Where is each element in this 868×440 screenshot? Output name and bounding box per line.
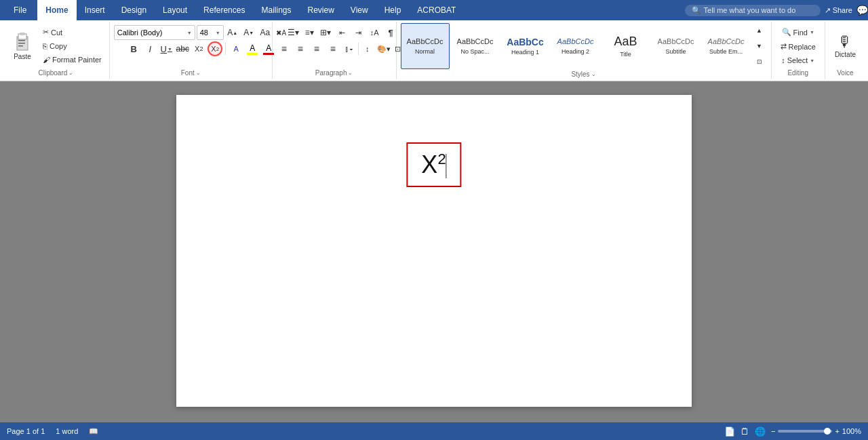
web-layout-icon[interactable]: 🌐 (755, 426, 766, 437)
font-size-selector[interactable]: 48 ▼ (197, 25, 224, 40)
italic-button[interactable]: I (142, 41, 157, 56)
tab-design[interactable]: Design (113, 0, 155, 20)
paragraph-group-label: Paragraph ⌄ (277, 68, 392, 78)
font-group-content: Calibri (Body) ▼ 48 ▼ A▲ A▼ Aa ✖A B I U▼ (114, 23, 289, 68)
document-text: X2 (421, 151, 446, 179)
line-spacing-button[interactable]: ↕ (360, 41, 375, 56)
clipboard-group: Paste ✂ Cut ⎘ Copy 🖌 Format Painter (3, 22, 110, 79)
superscript-button[interactable]: X2 (208, 41, 222, 56)
subscript-button[interactable]: X2 (191, 41, 206, 56)
justify-button[interactable]: ≡ (326, 41, 340, 56)
read-mode-icon[interactable]: 📄 (724, 426, 735, 437)
replace-button[interactable]: ⇄ Replace (776, 40, 821, 53)
font-group: Calibri (Body) ▼ 48 ▼ A▲ A▼ Aa ✖A B I U▼ (110, 22, 273, 79)
paragraph-expand-icon[interactable]: ⌄ (348, 70, 353, 76)
tab-layout[interactable]: Layout (155, 0, 195, 20)
change-case-button[interactable]: Aa (258, 25, 273, 40)
print-layout-icon[interactable]: 🗒 (741, 426, 749, 437)
style-no-space[interactable]: AaBbCcDc No Spac... (451, 23, 500, 69)
strikethrough-button[interactable]: abc (175, 41, 190, 56)
document-page[interactable]: X2 (176, 95, 692, 407)
style-heading2-preview: AaBbCcDc (557, 37, 594, 46)
bold-button[interactable]: B (126, 41, 141, 56)
styles-group: AaBbCcDc Normal AaBbCcDc No Spac... AaBb… (397, 22, 772, 79)
style-title-preview: AaB (614, 35, 637, 49)
styles-expand[interactable]: ⊡ (752, 54, 767, 69)
tab-review[interactable]: Review (299, 0, 342, 20)
voice-group-content: 🎙 Dictate (829, 23, 861, 68)
content-box: X2 (406, 142, 461, 187)
copy-button[interactable]: ⎘ Copy (39, 40, 105, 52)
increase-font-button[interactable]: A▲ (225, 25, 240, 40)
ribbon-body: Paste ✂ Cut ⎘ Copy 🖌 Format Painter (0, 20, 868, 81)
zoom-control: − + 100% (771, 427, 861, 435)
font-family-selector[interactable]: Calibri (Body) ▼ (114, 25, 195, 40)
comment-icon[interactable]: 💬 (856, 5, 868, 16)
underline-button[interactable]: U▼ (159, 41, 174, 56)
svg-rect-3 (18, 40, 25, 41)
svg-rect-4 (18, 43, 25, 44)
tab-references[interactable]: References (195, 0, 253, 20)
paragraph-row2: ≡ ≡ ≡ ≡ ⫿▾ ↕ 🎨▾ ⊡▾ (277, 41, 408, 56)
page-info: Page 1 of 1 (7, 427, 45, 435)
header-icons: 🔍 Tell me what you want to do ↗ Share 💬 (685, 5, 868, 16)
clipboard-expand-icon[interactable]: ⌄ (68, 70, 73, 76)
styles-scroll-down[interactable]: ▼ (752, 39, 767, 54)
tab-insert[interactable]: Insert (77, 0, 113, 20)
decrease-font-button[interactable]: A▼ (241, 25, 256, 40)
font-expand-icon[interactable]: ⌄ (196, 70, 201, 76)
share-icon[interactable]: ↗ Share (825, 6, 852, 15)
multilevel-list-button[interactable]: ⊞▾ (318, 25, 333, 40)
style-subtle-em-label: Subtle Em... (709, 48, 743, 55)
align-left-button[interactable]: ≡ (277, 41, 292, 56)
font-row2: B I U▼ abc X2 X2 A A A (126, 41, 276, 56)
style-heading2[interactable]: AaBbCcDc Heading 2 (551, 23, 600, 69)
style-title[interactable]: AaB Title (601, 23, 650, 69)
bullets-button[interactable]: ☰▾ (285, 25, 300, 40)
style-heading1-label: Heading 1 (511, 49, 539, 56)
tab-mailings[interactable]: Mailings (253, 0, 299, 20)
style-subtitle-preview: AaBbCcDc (658, 37, 694, 46)
paste-button[interactable]: Paste (7, 23, 38, 68)
styles-group-content: AaBbCcDc Normal AaBbCcDc No Spac... AaBb… (401, 23, 767, 69)
tab-view[interactable]: View (342, 0, 376, 20)
find-dropdown-icon: ▼ (810, 30, 814, 35)
text-effects-button[interactable]: A (229, 41, 243, 56)
decrease-indent-button[interactable]: ⇤ (334, 25, 349, 40)
find-icon: 🔍 (782, 28, 791, 37)
tab-acrobat[interactable]: ACROBAT (409, 0, 464, 20)
proofing-icon[interactable]: 📖 (89, 427, 98, 436)
tab-help[interactable]: Help (376, 0, 410, 20)
columns-button[interactable]: ⫿▾ (342, 41, 357, 56)
styles-expand-icon[interactable]: ⌄ (591, 71, 596, 77)
search-bar[interactable]: 🔍 Tell me what you want to do (685, 5, 821, 16)
zoom-out-button[interactable]: − (771, 427, 775, 435)
zoom-in-button[interactable]: + (835, 427, 839, 435)
style-no-space-label: No Spac... (461, 48, 490, 55)
styles-scroll-up[interactable]: ▲ (752, 23, 767, 38)
style-normal[interactable]: AaBbCcDc Normal (401, 23, 450, 69)
tab-home[interactable]: Home (37, 0, 76, 20)
increase-indent-button[interactable]: ⇥ (351, 25, 366, 40)
zoom-slider[interactable] (778, 430, 832, 433)
highlight-color-button[interactable]: A (245, 42, 260, 56)
style-subtle-em[interactable]: AaBbCcDc Subtle Em... (702, 23, 751, 69)
dictate-button[interactable]: 🎙 Dictate (829, 31, 861, 61)
numbering-button[interactable]: ≡▾ (302, 25, 317, 40)
select-button[interactable]: ↕ Select ▼ (776, 54, 819, 66)
styles-scroll-buttons: ▲ ▼ ⊡ (752, 23, 767, 69)
format-painter-button[interactable]: 🖌 Format Painter (39, 54, 105, 66)
sort-button[interactable]: ↕A (367, 25, 382, 40)
align-center-button[interactable]: ≡ (293, 41, 308, 56)
style-subtitle[interactable]: AaBbCcDc Subtitle (652, 23, 701, 69)
status-left: Page 1 of 1 1 word 📖 (7, 427, 98, 436)
find-button[interactable]: 🔍 Find ▼ (777, 26, 819, 39)
cut-button[interactable]: ✂ Cut (39, 26, 105, 39)
shading-button[interactable]: 🎨▾ (376, 41, 391, 56)
paragraph-group-content: ☰▾ ≡▾ ⊞▾ ⇤ ⇥ ↕A ¶ ≡ ≡ ≡ ≡ ⫿▾ ↕ 🎨▾ (277, 23, 408, 68)
editing-group-content: 🔍 Find ▼ ⇄ Replace ↕ Select ▼ (776, 23, 821, 68)
style-heading1[interactable]: AaBbCc Heading 1 (501, 23, 550, 69)
tab-file[interactable]: File (3, 0, 37, 20)
align-right-button[interactable]: ≡ (309, 41, 324, 56)
document-content: X2 (406, 129, 461, 187)
